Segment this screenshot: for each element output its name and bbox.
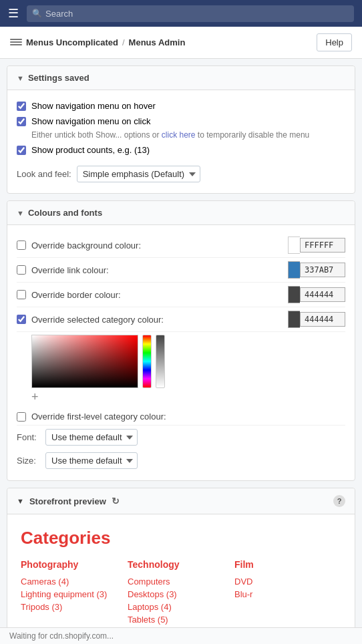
bg-colour-swatch — [288, 236, 345, 254]
link-colour-swatch — [288, 261, 345, 279]
size-select[interactable]: Use theme default — [45, 452, 138, 469]
bg-colour-input[interactable] — [300, 238, 345, 253]
storefront-header: ▼ Storefront preview ↻ ? — [7, 488, 355, 514]
link-colour-label: Override link colour: — [31, 265, 283, 275]
bg-colour-checkbox[interactable] — [17, 240, 26, 250]
link-colour-row: Override link colour: — [17, 258, 345, 283]
col-header-film: Film — [234, 559, 328, 570]
breadcrumb: Menus Uncomplicated / Menus Admin Help — [0, 27, 362, 59]
col-item[interactable]: Cameras (4) — [21, 575, 114, 588]
col-item[interactable]: Tripods (3) — [21, 601, 114, 613]
storefront-card: ▼ Storefront preview ↻ ? Categories Phot… — [7, 488, 355, 644]
first-level-colour-checkbox[interactable] — [17, 412, 26, 422]
font-label: Font: — [17, 432, 40, 442]
search-input[interactable] — [45, 9, 347, 19]
look-and-feel-select[interactable]: Simple emphasis (Default) Classic Modern… — [77, 166, 200, 182]
page-name: Menus Admin — [129, 37, 186, 47]
refresh-icon[interactable]: ↻ — [112, 496, 120, 506]
hue-strip[interactable] — [142, 335, 152, 388]
color-picker-section: + — [31, 335, 345, 403]
show-nav-click-label[interactable]: Show navigation menu on click — [17, 116, 151, 126]
settings-card-body: Show navigation menu on hover Show navig… — [7, 90, 355, 193]
link-colour-input[interactable] — [300, 263, 345, 277]
breadcrumb-left: Menus Uncomplicated / Menus Admin — [10, 37, 185, 47]
selected-colour-label: Override selected category colour: — [31, 315, 283, 325]
show-nav-hover-label[interactable]: Show navigation menu on hover — [17, 101, 156, 111]
show-nav-hover-checkbox[interactable] — [17, 102, 26, 111]
search-wrapper — [27, 5, 354, 22]
show-product-counts-row: Show product counts, e.g. (13) — [17, 142, 345, 158]
show-product-counts-label[interactable]: Show product counts, e.g. (13) — [17, 145, 150, 155]
link-colour-box — [288, 261, 300, 279]
show-nav-hover-row: Show navigation menu on hover — [17, 98, 345, 114]
bg-colour-box — [288, 236, 300, 254]
chevron-down-storefront-icon: ▼ — [17, 497, 24, 505]
colours-card-body: Override background colour: Override lin… — [7, 225, 355, 480]
settings-card: ▼ Settings saved Show navigation menu on… — [7, 65, 355, 194]
settings-title: Settings saved — [28, 73, 89, 83]
storefront-help-icon[interactable]: ? — [333, 495, 345, 507]
font-select[interactable]: Use theme default — [45, 429, 138, 446]
selected-colour-swatch — [288, 311, 345, 328]
colours-card: ▼ Colours and fonts Override background … — [7, 200, 355, 481]
search-bar — [27, 5, 354, 22]
look-and-feel-row: Look and feel: Simple emphasis (Default)… — [17, 163, 345, 185]
size-label: Size: — [17, 456, 40, 466]
status-bar: Waiting for cdn.shopify.com... — [0, 627, 362, 644]
storefront-header-left: ▼ Storefront preview ↻ — [17, 496, 120, 506]
preview-body: Categories Photography Cameras (4) Light… — [7, 514, 355, 644]
link-colour-checkbox[interactable] — [17, 265, 26, 275]
first-level-colour-row: Override first-level category colour: — [17, 408, 345, 426]
col-item[interactable]: Desktops (3) — [128, 588, 221, 601]
col-item[interactable]: Lighting equipment (3) — [21, 588, 114, 601]
show-product-counts-checkbox[interactable] — [17, 146, 26, 155]
breadcrumb-separator: / — [122, 37, 125, 47]
alpha-strip[interactable] — [156, 335, 165, 388]
settings-card-header: ▼ Settings saved — [7, 66, 355, 90]
selected-colour-checkbox[interactable] — [17, 315, 26, 324]
bg-colour-row: Override background colour: — [17, 233, 345, 258]
picker-add-icon[interactable]: + — [31, 391, 39, 403]
col-item[interactable]: Blu-r — [234, 588, 328, 601]
colours-card-header: ▼ Colours and fonts — [7, 201, 355, 225]
border-colour-swatch — [288, 286, 345, 303]
storefront-title: Storefront preview — [29, 496, 106, 506]
show-nav-hover-text: Show navigation menu on hover — [31, 101, 156, 111]
help-button[interactable]: Help — [317, 33, 352, 51]
size-row: Size: Use theme default — [17, 449, 345, 472]
hint-link[interactable]: click here — [162, 130, 196, 140]
border-colour-label: Override border colour: — [31, 290, 283, 300]
selected-colour-input[interactable] — [300, 312, 345, 327]
col-item[interactable]: Tablets (5) — [128, 613, 221, 626]
colours-title: Colours and fonts — [28, 208, 102, 218]
border-colour-checkbox[interactable] — [17, 290, 26, 299]
selected-colour-box — [288, 311, 300, 328]
show-nav-click-checkbox[interactable] — [17, 117, 26, 126]
col-item[interactable]: DVD — [234, 575, 328, 588]
status-text: Waiting for cdn.shopify.com... — [9, 631, 114, 641]
col-header-technology: Technology — [128, 559, 221, 570]
col-item[interactable]: Laptops (4) — [128, 601, 221, 613]
chevron-down-colours-icon: ▼ — [17, 209, 24, 217]
gradient-picker[interactable] — [31, 335, 138, 388]
col-header-photography: Photography — [21, 559, 114, 570]
look-and-feel-label: Look and feel: — [17, 169, 71, 179]
selected-colour-row: Override selected category colour: — [17, 307, 345, 332]
grid-icon — [10, 39, 22, 47]
show-nav-click-row: Show navigation menu on click — [17, 114, 345, 129]
show-nav-click-text: Show navigation menu on click — [31, 116, 151, 126]
color-picker-area — [31, 335, 345, 388]
hint-prefix: Either untick both Show... options or — [31, 130, 159, 140]
picker-bottom: + — [31, 391, 345, 403]
app-name[interactable]: Menus Uncomplicated — [26, 37, 118, 47]
show-product-counts-text: Show product counts, e.g. (13) — [31, 145, 150, 155]
border-colour-input[interactable] — [300, 287, 345, 302]
preview-title: Categories — [21, 528, 341, 548]
hint-suffix: to temporarily disable the menu — [198, 130, 309, 140]
hamburger-icon[interactable]: ☰ — [8, 6, 19, 21]
font-row: Font: Use theme default — [17, 426, 345, 449]
first-level-colour-label: Override first-level category colour: — [31, 412, 345, 422]
border-colour-box — [288, 286, 300, 303]
col-item[interactable]: Computers — [128, 575, 221, 588]
hint-text: Either untick both Show... options or cl… — [31, 130, 345, 140]
